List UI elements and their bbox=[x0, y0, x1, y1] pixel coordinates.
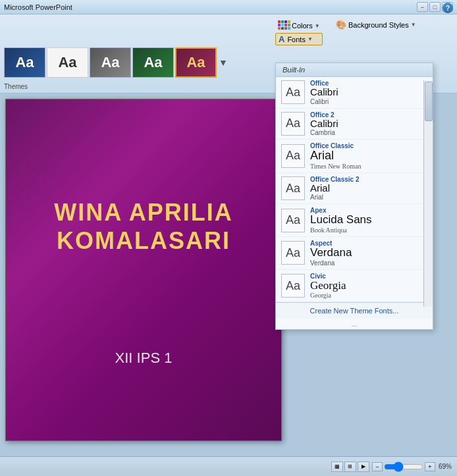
themes-scroll-arrow[interactable]: ▼ bbox=[218, 47, 228, 78]
font-info-office2: Office 2 Calibri Cambria bbox=[310, 111, 338, 137]
font-item-office-classic[interactable]: Aa Office Classic Arial Times New Roman bbox=[276, 140, 433, 173]
font-preview-office-classic2: Aa bbox=[281, 176, 305, 200]
zoom-value: 69% bbox=[439, 463, 452, 470]
status-bar: ▦ ⊞ ▶ − + 69% bbox=[0, 456, 457, 476]
fonts-button[interactable]: A Fonts ▼ bbox=[275, 33, 323, 45]
font-preview-civic: Aa bbox=[281, 274, 305, 298]
theme-thumbnail-5[interactable]: Aa bbox=[175, 47, 217, 78]
scroll-thumb[interactable] bbox=[425, 82, 433, 121]
font-info-office-classic: Office Classic Arial Times New Roman bbox=[310, 142, 361, 170]
fonts-list: Aa Office Calibri Calibri Aa Office 2 Ca… bbox=[276, 77, 433, 302]
theme-thumbnail-3[interactable]: Aa bbox=[90, 47, 131, 78]
create-new-theme-fonts-button[interactable]: Create New Theme Fonts... bbox=[276, 302, 433, 319]
font-preview-aspect: Aa bbox=[281, 241, 305, 265]
font-preview-apex: Aa bbox=[281, 209, 305, 232]
slide-title: WINA APRILIA KOMALASARI bbox=[39, 198, 248, 255]
font-item-civic[interactable]: Aa Civic Georgia Georgia bbox=[276, 270, 433, 303]
restore-button[interactable]: □ bbox=[429, 2, 441, 12]
fonts-dropdown-panel: Built-In Aa Office Calibri Calibri Aa Of… bbox=[275, 63, 433, 330]
font-info-office: Office Calibri Calibri bbox=[310, 80, 338, 105]
zoom-out-button[interactable]: − bbox=[372, 462, 383, 471]
font-preview-office2: Aa bbox=[281, 112, 305, 136]
theme-thumbnail-1[interactable]: Aa bbox=[4, 47, 45, 78]
bg-styles-label: Background Styles bbox=[348, 21, 409, 29]
slideshow-button[interactable]: ▶ bbox=[358, 462, 369, 472]
minimize-button[interactable]: − bbox=[417, 2, 428, 12]
font-item-office2[interactable]: Aa Office 2 Calibri Cambria bbox=[276, 109, 433, 140]
title-bar: Microsoft PowerPoint − □ ✕ bbox=[0, 0, 457, 14]
ribbon-right-buttons: Colors ▼ A Fonts ▼ bbox=[275, 20, 323, 45]
zoom-slider[interactable] bbox=[384, 463, 423, 470]
font-info-civic: Civic Georgia Georgia bbox=[310, 273, 346, 300]
font-item-office-classic2[interactable]: Aa Office Classic 2 Arial Arial bbox=[276, 173, 433, 205]
zoom-in-button[interactable]: + bbox=[425, 462, 435, 471]
fonts-dropdown-header: Built-In bbox=[276, 63, 433, 77]
font-item-aspect[interactable]: Aa Aspect Verdana Verdana bbox=[276, 237, 433, 270]
background-styles-button[interactable]: 🎨 Background Styles ▼ bbox=[336, 20, 416, 30]
fonts-dropdown-scrollbar[interactable] bbox=[423, 80, 433, 307]
theme-thumbnail-4[interactable]: Aa bbox=[132, 47, 174, 78]
colors-button[interactable]: Colors ▼ bbox=[275, 20, 323, 32]
help-button[interactable]: ? bbox=[443, 3, 453, 13]
bg-styles-arrow: ▼ bbox=[411, 22, 416, 28]
normal-view-button[interactable]: ▦ bbox=[331, 462, 343, 472]
more-ellipsis: ... bbox=[276, 319, 433, 329]
slide-subtitle: XII IPS 1 bbox=[39, 350, 248, 367]
window-title: Microsoft PowerPoint bbox=[4, 3, 72, 11]
theme-thumbnail-2[interactable]: Aa bbox=[47, 47, 88, 78]
fonts-dropdown-arrow: ▼ bbox=[308, 36, 313, 42]
colors-icon bbox=[278, 20, 290, 31]
slide-sorter-button[interactable]: ⊞ bbox=[344, 462, 356, 472]
bg-styles-icon: 🎨 bbox=[336, 20, 346, 30]
fonts-icon: A bbox=[279, 34, 284, 44]
font-item-office[interactable]: Aa Office Calibri Calibri bbox=[276, 77, 433, 109]
font-preview-office: Aa bbox=[281, 80, 305, 104]
view-icons: ▦ ⊞ ▶ bbox=[331, 462, 369, 472]
fonts-label: Fonts bbox=[287, 36, 306, 43]
font-info-office-classic2: Office Classic 2 Arial Arial bbox=[310, 176, 359, 201]
zoom-control: − + 69% bbox=[372, 462, 452, 471]
font-info-aspect: Aspect Verdana Verdana bbox=[310, 240, 352, 267]
themes-section-label: Themes bbox=[4, 83, 28, 90]
font-info-apex: Apex Lucida Sans Book Antiqua bbox=[310, 207, 372, 234]
font-item-apex[interactable]: Aa Apex Lucida Sans Book Antiqua bbox=[276, 204, 433, 237]
colors-dropdown-arrow: ▼ bbox=[315, 23, 320, 29]
colors-label: Colors bbox=[292, 22, 313, 30]
slide-canvas[interactable]: WINA APRILIA KOMALASARI XII IPS 1 bbox=[5, 99, 282, 441]
theme-thumbnails: Aa Aa Aa Aa Aa ▼ bbox=[4, 47, 228, 78]
font-preview-office-classic: Aa bbox=[281, 144, 305, 168]
